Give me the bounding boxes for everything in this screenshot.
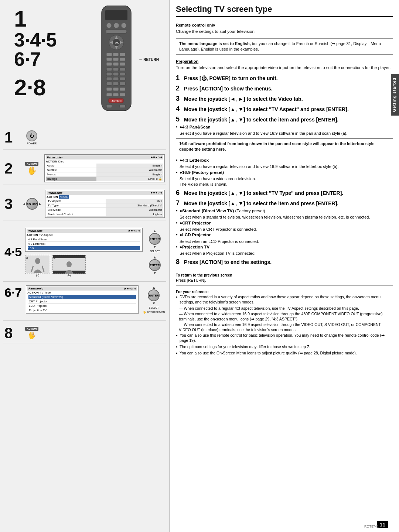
bullet-lcd-text: Select when an LCD Projector is connecte… <box>180 239 393 244</box>
svg-rect-39 <box>120 93 125 96</box>
return-label: To return to the previous screen <box>176 273 393 277</box>
step-3-number: 3 <box>4 196 19 211</box>
svg-rect-47 <box>53 255 85 258</box>
svg-rect-33 <box>120 82 125 85</box>
step-2-screen: Panasonic· ▶ ■ ● ▷ ◈ ACTION Disc AudioEn… <box>44 154 165 182</box>
svg-rect-35 <box>113 87 119 91</box>
step-8-icon: ACTION 🖐 <box>22 327 41 340</box>
warn-box-text: 16:9 software prohibited from being show… <box>179 141 375 151</box>
bullet-proj-text: Select when a Projection TV is connected… <box>180 251 393 256</box>
menu-item: Ratings <box>46 176 96 181</box>
bullet-lcd: ●LCD Projector <box>180 232 393 238</box>
ref-bullet-1: DVDs are recorded in a variety of aspect… <box>180 294 393 305</box>
doc-code: RQT5741 <box>364 525 379 528</box>
step-5-heading: 5 Move the joystick [▲, ▼] to select the… <box>176 116 393 123</box>
step-8-number: 8 <box>4 326 19 340</box>
step-3-text: Move the joystick [◄, ►] to select the V… <box>184 96 303 103</box>
tv-aspect-item-3: 16:9 <box>28 246 140 250</box>
step-45-row: 4·5 Panasonic ▶ ■ ● ▷ ◈ ACTION TV Aspect… <box>3 223 166 282</box>
step-2-icon: ACTION 🖐 <box>22 162 41 175</box>
step-3-video-tab: Video <box>59 195 69 199</box>
step-7-text: Move the joystick [▲, ▼] to select the i… <box>184 200 338 207</box>
step-1-text: Press [⏻, POWER] to turn on the unit. <box>184 75 278 82</box>
svg-rect-38 <box>113 93 119 96</box>
step-67-action-label: ACTION <box>27 291 39 294</box>
ref-bullet-3: The optimum settings for your television… <box>180 344 393 350</box>
step-3-menu: TV Aspect16:9 TV TypeStandard (Direct V.… <box>47 199 163 217</box>
bullet-43ps-text: Select if you have a regular television … <box>180 131 393 136</box>
svg-rect-21 <box>120 62 125 66</box>
step-6-text: Move the joystick [▲, ▼] to select "TV T… <box>184 190 343 197</box>
bullet-std-suffix: (Factory preset) <box>235 209 265 213</box>
step-67-select: SELECT <box>149 306 159 309</box>
step-45-select: SELECT <box>150 250 160 253</box>
step-2-heading: 2 Press [ACTION] to show the menus. <box>176 85 393 92</box>
svg-text:OK: OK <box>115 41 119 44</box>
step-45-screen: Panasonic ▶ ■ ● ▷ ◈ ACTION TV Aspect 4:3… <box>25 228 143 252</box>
svg-rect-34 <box>106 87 112 91</box>
svg-rect-37 <box>106 93 112 96</box>
svg-rect-26 <box>113 72 119 76</box>
svg-point-45 <box>35 258 40 264</box>
tv-type-item-2: CRT Projector <box>28 299 136 304</box>
tv-image-b: b <box>52 255 86 274</box>
tv-type-item-3: LCD Projector <box>28 304 136 308</box>
svg-rect-19 <box>106 62 112 66</box>
remote-label-345: 3·4·5 <box>14 30 57 49</box>
step-1-heading: 1 Press [⏻, POWER] to turn on the unit. <box>176 74 393 82</box>
bullet-43lb-text: Select if you have a regular television … <box>180 164 393 169</box>
step-67-screen: Panasonic ▶ ■ ● ▷ ◈ ACTION TV Type Stand… <box>26 285 139 314</box>
svg-rect-29 <box>113 77 119 80</box>
bullet-169-label: ●16:9 (Factory preset) <box>180 170 224 175</box>
svg-rect-28 <box>106 77 112 80</box>
step-67-number: 6·7 <box>4 285 23 300</box>
svg-rect-43 <box>120 104 125 108</box>
remote-only-text: Change the settings to suit your televis… <box>176 28 393 35</box>
svg-rect-36 <box>120 87 125 91</box>
step-45-action-label: ACTION <box>27 233 38 237</box>
tv-aspect-item-1: 4:3 Pan&Scan <box>28 237 140 242</box>
bullet-crt-text: Select when a CRT Projector is connected… <box>180 227 393 232</box>
svg-rect-1 <box>105 10 127 20</box>
step-45-brand: Panasonic <box>28 229 42 233</box>
ref-label: For your reference <box>176 290 393 294</box>
step-67-title: TV Type <box>40 291 51 294</box>
step-3-brand: Panasonic <box>48 191 62 195</box>
step-3-row: 3 ◄ ► ENTER Panasonic ▶ ■ ● ▷ ◈ ACTION V… <box>3 187 166 220</box>
svg-rect-17 <box>113 58 119 61</box>
svg-rect-25 <box>106 72 112 76</box>
bullet-169-text: Select if you have a widescreen televisi… <box>180 176 393 182</box>
step-8-heading: 8 Press [ACTION] to end the settings. <box>176 258 393 266</box>
step-45-number: 4·5 <box>4 245 23 259</box>
svg-point-4 <box>121 23 126 28</box>
video-menu-shown: The Video menu is shown. <box>180 182 393 187</box>
svg-rect-24 <box>120 68 125 71</box>
step-5-text: Move the joystick [▲, ▼] to select the i… <box>184 116 338 123</box>
svg-rect-14 <box>113 53 119 56</box>
svg-rect-30 <box>120 77 125 80</box>
svg-rect-27 <box>120 72 125 76</box>
step-2-action-btn: ACTION <box>25 162 39 166</box>
getting-started-tab: Getting started <box>391 74 399 116</box>
left-panel: 1 3·4·5 6·7 2·8 <box>0 0 170 532</box>
svg-rect-16 <box>106 58 112 61</box>
bullet-std: ●Standard (Direct View TV) (Factory pres… <box>180 208 393 214</box>
menu-val: English <box>96 172 163 176</box>
svg-rect-23 <box>113 68 119 71</box>
step-1-button-label: POWER <box>27 142 37 145</box>
tv-type-item-4: Projection TV <box>28 308 136 312</box>
step-45-title: TV Aspect <box>39 233 52 237</box>
return-text: Press [RETURN]. <box>176 278 393 283</box>
bullet-169: ●16:9 (Factory preset) <box>180 169 393 175</box>
svg-rect-31 <box>106 82 112 85</box>
remote-label-1: 1 <box>14 7 57 30</box>
step-6-heading: 6 Move the joystick [▲, ▼] to select "TV… <box>176 189 393 197</box>
ref-bullet-4: You can also use the On-Screen Menu Icon… <box>180 350 393 356</box>
svg-rect-20 <box>113 62 119 66</box>
step-2-menu: AudioEnglish SubtitleAutomatic MenusEngl… <box>46 164 163 181</box>
step-67-bottom-btns: 🖐 ENTER RETURN <box>143 311 165 314</box>
info-box-text: The menu language is set to English, but… <box>179 41 381 51</box>
step-8-text: Press [ACTION] to end the settings. <box>184 259 272 266</box>
step-3-screen: Panasonic ▶ ■ ● ▷ ◈ ACTION Video TV Aspe… <box>45 190 165 218</box>
remote-label-67: 6·7 <box>14 49 57 69</box>
